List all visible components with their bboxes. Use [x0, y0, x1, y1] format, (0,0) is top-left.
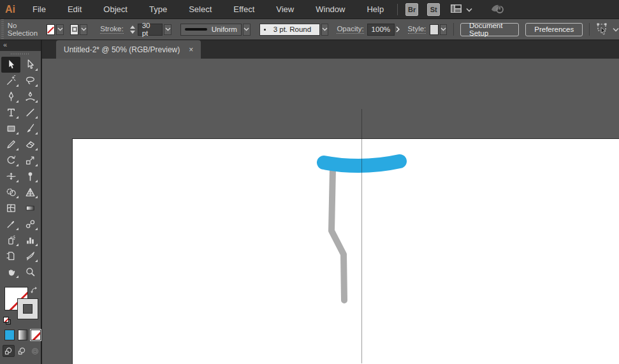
brush-definition-value: 3 pt. Round: [273, 25, 311, 33]
tool-paintbrush[interactable]: [20, 120, 40, 136]
column-graph-tool-icon: [25, 235, 36, 245]
tool-magic-wand[interactable]: [1, 73, 20, 89]
line-segment-tool-icon: [25, 107, 36, 118]
gradient-swatch-button[interactable]: [18, 330, 28, 340]
menu-help[interactable]: Help: [356, 0, 395, 18]
color-swatch-button[interactable]: [4, 330, 15, 340]
tools-collapse-button[interactable]: «: [0, 40, 41, 51]
tab-close-icon[interactable]: ×: [189, 45, 193, 54]
tool-zoom[interactable]: [20, 264, 40, 280]
menu-file[interactable]: File: [22, 0, 57, 18]
menu-select[interactable]: Select: [178, 0, 222, 18]
tool-column-graph[interactable]: [20, 232, 40, 248]
blend-tool-icon: [25, 219, 36, 229]
document-area: Untitled-2* @ 50% (RGB/Preview) ×: [42, 40, 619, 364]
perspective-grid-tool-icon: [25, 187, 36, 198]
menubar-divider: [397, 4, 398, 15]
tool-shaper[interactable]: [1, 136, 20, 152]
tool-pen[interactable]: [1, 89, 20, 105]
controlbar-divider-2: [589, 23, 590, 36]
width-profile-chevron-down-icon[interactable]: [243, 24, 251, 36]
tool-free-transform[interactable]: [20, 168, 40, 184]
brush-chevron-down-icon[interactable]: [321, 24, 329, 36]
menu-effect[interactable]: Effect: [222, 0, 265, 18]
tool-scale[interactable]: [20, 152, 40, 168]
menu-view[interactable]: View: [265, 0, 305, 18]
style-swatch[interactable]: [430, 24, 438, 35]
lasso-tool-icon: [25, 75, 36, 86]
select-similar-chevron-down-icon[interactable]: [613, 25, 619, 33]
workspace-layout-icon[interactable]: [450, 4, 462, 15]
tool-width[interactable]: [1, 168, 20, 184]
tool-lasso[interactable]: [20, 73, 40, 89]
tool-rectangle[interactable]: [1, 120, 20, 136]
tool-eraser[interactable]: [20, 136, 40, 152]
menu-edit[interactable]: Edit: [57, 0, 92, 18]
tool-blend[interactable]: [20, 216, 40, 232]
brush-definition-dropdown[interactable]: 3 pt. Round: [259, 24, 320, 36]
fill-color-swatch[interactable]: [47, 24, 55, 35]
controlbar-grip[interactable]: [0, 19, 4, 40]
opacity-chevron-right-icon[interactable]: [395, 24, 402, 36]
tool-symbol-sprayer[interactable]: [1, 232, 20, 248]
tool-curvature[interactable]: [20, 89, 40, 105]
draw-behind-button[interactable]: [16, 345, 28, 357]
tool-line-segment[interactable]: [20, 105, 40, 120]
eraser-tool-icon: [25, 139, 36, 150]
menu-object[interactable]: Object: [92, 0, 138, 18]
style-chevron-down-icon[interactable]: [440, 24, 448, 35]
tool-eyedropper[interactable]: [1, 216, 20, 232]
document-setup-button[interactable]: Document Setup: [460, 23, 519, 36]
preferences-button[interactable]: Preferences: [525, 23, 583, 36]
none-swatch-button[interactable]: [31, 330, 41, 340]
tool-slice[interactable]: [20, 248, 40, 264]
stroke-color-swatch[interactable]: [70, 24, 78, 35]
tool-direct-selection[interactable]: [20, 57, 40, 73]
stroke-chevron-down-icon[interactable]: [80, 24, 87, 35]
select-similar-icon[interactable]: [596, 23, 609, 36]
eyedropper-tool-icon: [6, 219, 17, 229]
tool-type[interactable]: [1, 105, 20, 120]
tool-selection[interactable]: [1, 57, 20, 73]
gray-stroke-path[interactable]: [331, 168, 344, 300]
tool-hand[interactable]: [1, 264, 20, 280]
width-profile-dropdown[interactable]: Uniform: [180, 24, 242, 36]
tool-gradient[interactable]: [20, 200, 40, 216]
style-label[interactable]: Style:: [408, 25, 426, 34]
selection-tool-icon: [6, 59, 17, 70]
stroke-weight-chevron-down-icon[interactable]: [164, 24, 171, 35]
tool-mesh[interactable]: [1, 200, 20, 216]
workspace-chevron-down-icon[interactable]: [466, 4, 472, 14]
stroke-swatch[interactable]: [17, 298, 38, 319]
main-area: «: [0, 40, 619, 364]
default-fill-stroke-icon[interactable]: [3, 317, 11, 324]
draw-inside-button[interactable]: [29, 345, 41, 357]
uniform-profile-icon: [185, 28, 207, 31]
tool-perspective-grid[interactable]: [20, 184, 40, 200]
opacity-field[interactable]: 100%: [367, 24, 395, 36]
curvature-tool-icon: [25, 91, 36, 102]
stroke-weight-field[interactable]: 30 pt: [138, 24, 163, 36]
selection-status: No Selection: [8, 22, 43, 37]
tools-grip[interactable]: [0, 51, 41, 57]
menu-type[interactable]: Type: [138, 0, 178, 18]
bridge-button[interactable]: Br: [405, 3, 418, 16]
opacity-label[interactable]: Opacity:: [337, 25, 363, 34]
brush-dot-icon: [264, 29, 266, 31]
document-tab[interactable]: Untitled-2* @ 50% (RGB/Preview) ×: [56, 40, 201, 59]
tool-shape-builder[interactable]: [1, 184, 20, 200]
canvas[interactable]: [42, 59, 619, 364]
tool-artboard[interactable]: [1, 248, 20, 264]
slice-tool-icon: [25, 251, 36, 261]
fill-chevron-down-icon[interactable]: [56, 24, 64, 35]
width-profile-value: Uniform: [212, 25, 237, 33]
hand-tool-icon: [6, 266, 17, 277]
stroke-weight-stepper[interactable]: [130, 25, 135, 34]
draw-normal-button[interactable]: [3, 345, 15, 357]
stroke-weight-label[interactable]: Stroke:: [100, 25, 123, 34]
tool-rotate[interactable]: [1, 152, 20, 168]
swap-fill-stroke-icon[interactable]: [30, 286, 38, 297]
menu-window[interactable]: Window: [305, 0, 356, 18]
stock-button[interactable]: St: [427, 3, 440, 16]
gpu-performance-icon[interactable]: [489, 2, 506, 17]
